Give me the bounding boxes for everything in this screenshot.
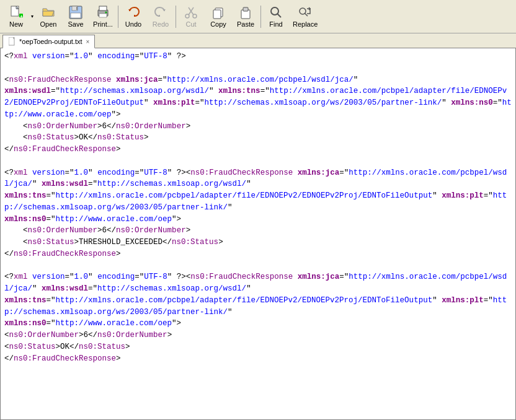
new-dropdown-arrow[interactable]: ▾: [30, 2, 35, 32]
tabbar: *oepToedn-output.txt ×: [0, 33, 516, 48]
separator-3: [260, 6, 261, 28]
cut-label: Cut: [185, 20, 196, 28]
save-icon: [68, 5, 83, 20]
svg-rect-11: [99, 14, 107, 17]
paste-label: Paste: [237, 20, 254, 28]
tab-close-button[interactable]: ×: [86, 38, 90, 45]
paste-icon: [238, 5, 253, 20]
copy-label: Copy: [210, 20, 226, 28]
new-label: New: [9, 20, 23, 28]
tab-filename: *oepToedn-output.txt: [19, 38, 82, 45]
undo-icon: [126, 5, 141, 20]
print-icon: [96, 5, 110, 20]
file-tab[interactable]: *oepToedn-output.txt ×: [2, 35, 95, 48]
redo-icon: [153, 5, 168, 20]
new-icon: +: [9, 5, 24, 20]
cut-icon: [184, 5, 198, 20]
paste-button[interactable]: Paste: [232, 2, 259, 32]
print-button[interactable]: Print...: [89, 2, 117, 32]
save-label: Save: [68, 20, 83, 28]
svg-rect-18: [213, 10, 221, 19]
find-button[interactable]: Find: [262, 2, 290, 32]
separator-2: [176, 6, 176, 28]
replace-icon: [298, 5, 313, 20]
svg-text:+: +: [20, 14, 23, 19]
replace-button[interactable]: Replace: [290, 2, 321, 32]
open-icon: [41, 5, 56, 20]
svg-rect-7: [76, 7, 78, 10]
redo-label: Redo: [153, 20, 169, 28]
file-tab-icon: [8, 37, 17, 46]
separator-1: [118, 6, 118, 28]
find-icon: [269, 5, 283, 20]
svg-point-15: [185, 14, 189, 18]
svg-point-16: [193, 14, 197, 18]
editor-area[interactable]: <?xml version="1.0" encoding="UTF-8" ?> …: [0, 48, 516, 420]
svg-rect-8: [71, 13, 81, 18]
copy-icon: [211, 5, 226, 20]
svg-point-12: [105, 12, 107, 14]
svg-line-22: [277, 14, 281, 17]
find-label: Find: [269, 20, 282, 28]
new-button[interactable]: + New: [2, 2, 30, 32]
cut-button[interactable]: Cut: [177, 2, 205, 32]
undo-button[interactable]: Undo: [120, 2, 147, 32]
svg-rect-20: [243, 7, 248, 11]
replace-label: Replace: [293, 20, 318, 28]
open-label: Open: [40, 20, 57, 28]
open-button[interactable]: Open: [35, 2, 62, 32]
toolbar: + New ▾ Open Save: [0, 0, 516, 33]
copy-button[interactable]: Copy: [205, 2, 232, 32]
redo-button[interactable]: Redo: [147, 2, 174, 32]
print-label: Print...: [93, 20, 113, 28]
svg-rect-10: [99, 6, 107, 11]
new-group: + New ▾: [2, 2, 35, 32]
save-button[interactable]: Save: [62, 2, 89, 32]
undo-label: Undo: [125, 20, 141, 28]
